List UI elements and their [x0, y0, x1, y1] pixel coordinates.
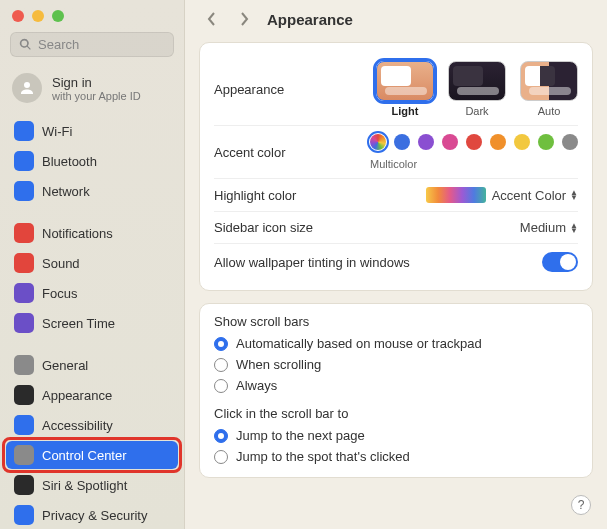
- sidebar-item-label: Bluetooth: [42, 154, 97, 169]
- sign-in-title: Sign in: [52, 75, 141, 90]
- sidebar-icon-size-label: Sidebar icon size: [214, 220, 354, 235]
- sidebar-item-label: Control Center: [42, 448, 127, 463]
- zoom-window-button[interactable]: [52, 10, 64, 22]
- radio-label: When scrolling: [236, 357, 321, 372]
- accent-swatch[interactable]: [370, 134, 386, 150]
- appearance-option-label: Dark: [448, 105, 506, 117]
- sidebar-item-icon: [14, 223, 34, 243]
- sidebar-item-appearance[interactable]: Appearance: [6, 381, 178, 409]
- sidebar-item-accessibility[interactable]: Accessibility: [6, 411, 178, 439]
- sidebar: Search Sign in with your Apple ID Wi-FiB…: [0, 0, 185, 529]
- radio-icon: [214, 379, 228, 393]
- accent-swatch[interactable]: [514, 134, 530, 150]
- settings-window: Search Sign in with your Apple ID Wi-FiB…: [0, 0, 607, 529]
- sidebar-item-label: Network: [42, 184, 90, 199]
- sidebar-item-label: General: [42, 358, 88, 373]
- chevron-updown-icon: ▲▼: [570, 223, 578, 233]
- scrollclick-label: Click in the scroll bar to: [214, 406, 578, 421]
- help-button[interactable]: ?: [571, 495, 591, 515]
- accent-swatch[interactable]: [562, 134, 578, 150]
- sign-in-row[interactable]: Sign in with your Apple ID: [0, 67, 184, 117]
- accent-color-swatches: [370, 134, 578, 150]
- sidebar-item-icon: [14, 151, 34, 171]
- sidebar-item-siri-spotlight[interactable]: Siri & Spotlight: [6, 471, 178, 499]
- sidebar-item-icon: [14, 181, 34, 201]
- radio-label: Jump to the next page: [236, 428, 365, 443]
- appearance-options: LightDarkAuto: [376, 61, 578, 117]
- sidebar-item-label: Siri & Spotlight: [42, 478, 127, 493]
- accent-swatch[interactable]: [418, 134, 434, 150]
- content-pane: Appearance Appearance LightDarkAuto Acce…: [185, 0, 607, 529]
- appearance-option-dark[interactable]: Dark: [448, 61, 506, 117]
- sidebar-item-icon: [14, 415, 34, 435]
- scrollclick-options: Jump to the next pageJump to the spot th…: [214, 425, 578, 467]
- accent-label: Accent color: [214, 145, 354, 160]
- radio-label: Jump to the spot that's clicked: [236, 449, 410, 464]
- radio-icon: [214, 429, 228, 443]
- sidebar-item-bluetooth[interactable]: Bluetooth: [6, 147, 178, 175]
- appearance-thumbnail: [520, 61, 578, 101]
- search-input[interactable]: Search: [10, 32, 174, 57]
- sidebar-item-wi-fi[interactable]: Wi-Fi: [6, 117, 178, 145]
- forward-button[interactable]: [235, 10, 253, 28]
- accent-swatch[interactable]: [490, 134, 506, 150]
- sidebar-item-notifications[interactable]: Notifications: [6, 219, 178, 247]
- sidebar-item-icon: [14, 505, 34, 525]
- sidebar-item-icon: [14, 283, 34, 303]
- accent-selected-label: Multicolor: [370, 158, 417, 170]
- minimize-window-button[interactable]: [32, 10, 44, 22]
- sidebar-item-label: Wi-Fi: [42, 124, 72, 139]
- sidebar-item-icon: [14, 445, 34, 465]
- scrollbars-options: Automatically based on mouse or trackpad…: [214, 333, 578, 396]
- sidebar-item-general[interactable]: General: [6, 351, 178, 379]
- scrollclick-option[interactable]: Jump to the spot that's clicked: [214, 446, 578, 467]
- radio-icon: [214, 337, 228, 351]
- appearance-label: Appearance: [214, 82, 354, 97]
- wallpaper-tinting-label: Allow wallpaper tinting in windows: [214, 255, 542, 270]
- sidebar-item-network[interactable]: Network: [6, 177, 178, 205]
- appearance-option-light[interactable]: Light: [376, 61, 434, 117]
- sidebar-item-icon: [14, 253, 34, 273]
- sidebar-icon-size-select[interactable]: Medium ▲▼: [520, 220, 578, 235]
- sidebar-item-label: Appearance: [42, 388, 112, 403]
- sidebar-item-control-center[interactable]: Control Center: [6, 441, 178, 469]
- sign-in-subtitle: with your Apple ID: [52, 90, 141, 102]
- appearance-option-label: Auto: [520, 105, 578, 117]
- highlight-color-preview: [426, 187, 486, 203]
- appearance-option-auto[interactable]: Auto: [520, 61, 578, 117]
- scrollbars-option[interactable]: Always: [214, 375, 578, 396]
- back-button[interactable]: [203, 10, 221, 28]
- wallpaper-tinting-toggle[interactable]: [542, 252, 578, 272]
- sidebar-item-screen-time[interactable]: Screen Time: [6, 309, 178, 337]
- sidebar-item-label: Accessibility: [42, 418, 113, 433]
- window-controls: [0, 0, 184, 28]
- sidebar-item-icon: [14, 385, 34, 405]
- sidebar-item-sound[interactable]: Sound: [6, 249, 178, 277]
- sidebar-item-label: Notifications: [42, 226, 113, 241]
- appearance-option-label: Light: [376, 105, 434, 117]
- sidebar-item-icon: [14, 121, 34, 141]
- close-window-button[interactable]: [12, 10, 24, 22]
- radio-label: Automatically based on mouse or trackpad: [236, 336, 482, 351]
- appearance-thumbnail: [376, 61, 434, 101]
- scroll-panel: Show scroll bars Automatically based on …: [199, 303, 593, 478]
- highlight-color-select[interactable]: Accent Color ▲▼: [492, 188, 578, 203]
- scrollbars-label: Show scroll bars: [214, 314, 578, 329]
- search-icon: [19, 38, 32, 51]
- sidebar-item-focus[interactable]: Focus: [6, 279, 178, 307]
- sidebar-item-label: Privacy & Security: [42, 508, 147, 523]
- accent-swatch[interactable]: [394, 134, 410, 150]
- accent-swatch[interactable]: [442, 134, 458, 150]
- appearance-thumbnail: [448, 61, 506, 101]
- scrollbars-option[interactable]: Automatically based on mouse or trackpad: [214, 333, 578, 354]
- chevron-updown-icon: ▲▼: [570, 190, 578, 200]
- scrollbars-option[interactable]: When scrolling: [214, 354, 578, 375]
- sidebar-item-label: Focus: [42, 286, 77, 301]
- highlight-color-label: Highlight color: [214, 188, 354, 203]
- accent-swatch[interactable]: [538, 134, 554, 150]
- sidebar-item-privacy-security[interactable]: Privacy & Security: [6, 501, 178, 529]
- avatar: [12, 73, 42, 103]
- scrollclick-option[interactable]: Jump to the next page: [214, 425, 578, 446]
- sidebar-item-label: Screen Time: [42, 316, 115, 331]
- accent-swatch[interactable]: [466, 134, 482, 150]
